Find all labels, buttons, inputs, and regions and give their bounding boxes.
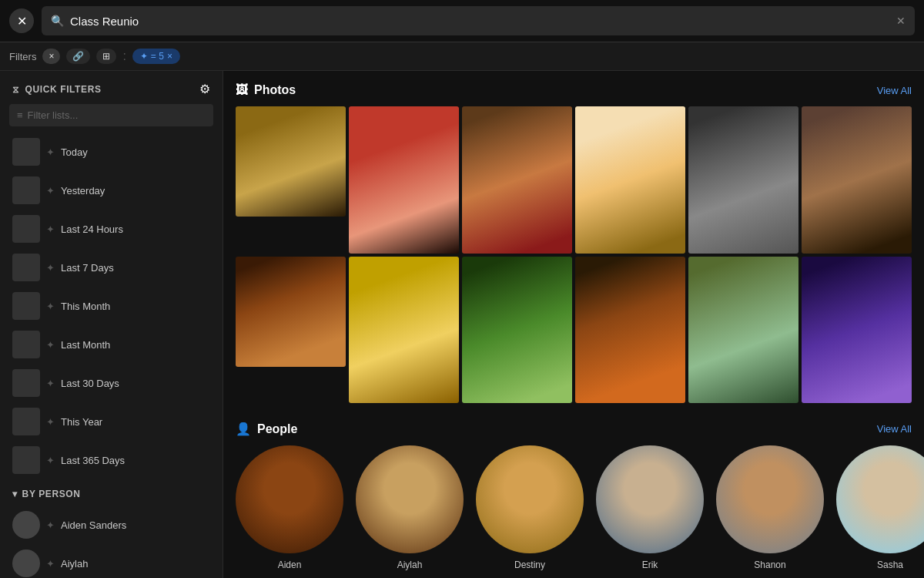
sidebar-item-label-last7: Last 7 Days bbox=[61, 262, 114, 274]
photo-8[interactable] bbox=[349, 257, 459, 404]
photos-view-all[interactable]: View All bbox=[877, 85, 912, 96]
star-icon: ✦ bbox=[46, 416, 55, 428]
photo-6[interactable] bbox=[802, 106, 912, 254]
photo-grid bbox=[236, 106, 912, 403]
search-icon: 🔍 bbox=[51, 15, 64, 27]
sidebar-item-last30[interactable]: ✦ Last 30 Days bbox=[0, 364, 223, 402]
clear-search-icon[interactable]: ✕ bbox=[896, 15, 906, 27]
shanon-name: Shanon bbox=[754, 560, 785, 570]
this-month-thumb bbox=[12, 292, 40, 320]
star-icon: ✦ bbox=[46, 378, 55, 389]
photo-7[interactable] bbox=[236, 257, 346, 367]
people-icon: 👤 bbox=[236, 422, 251, 436]
sidebar: ⧖ QUICK FILTERS ⚙ ≡ Filter lists... ✦ To… bbox=[0, 71, 223, 578]
sidebar-item-this-year[interactable]: ✦ This Year bbox=[0, 402, 223, 441]
by-person-section-header[interactable]: ▾ BY PERSON bbox=[0, 479, 223, 506]
photos-section-header: 🖼 Photos View All bbox=[236, 83, 912, 97]
aiylah-name: Aiylah bbox=[397, 560, 423, 570]
sidebar-item-today[interactable]: ✦ Today bbox=[0, 133, 223, 171]
back-button[interactable]: ✕ bbox=[9, 8, 34, 33]
sidebar-item-last7[interactable]: ✦ Last 7 Days bbox=[0, 248, 223, 287]
yesterday-thumb bbox=[12, 176, 40, 204]
filter-chip-link[interactable]: 🔗 bbox=[66, 49, 90, 64]
people-view-all[interactable]: View All bbox=[877, 423, 912, 435]
separator: : bbox=[122, 49, 126, 63]
star-icon: ✦ bbox=[46, 558, 55, 570]
person-sasha[interactable]: Sasha bbox=[836, 445, 924, 570]
sasha-name: Sasha bbox=[877, 560, 903, 570]
photo-10[interactable] bbox=[575, 257, 685, 404]
today-thumb bbox=[12, 138, 40, 166]
sidebar-item-aiden[interactable]: ✦ Aiden Sanders bbox=[0, 506, 223, 544]
person-destiny[interactable]: Destiny bbox=[476, 445, 584, 570]
sidebar-item-label-last24: Last 24 Hours bbox=[61, 223, 123, 235]
crop-icon: ⊞ bbox=[102, 51, 110, 62]
destiny-avatar-large bbox=[476, 445, 584, 553]
last365-thumb bbox=[12, 446, 40, 474]
people-label: People bbox=[257, 422, 297, 436]
filters-label: Filters bbox=[9, 51, 36, 62]
sidebar-header: ⧖ QUICK FILTERS ⚙ bbox=[0, 71, 223, 104]
star-filter-chip[interactable]: ✦ = 5 × bbox=[132, 49, 180, 64]
last-month-thumb bbox=[12, 331, 40, 358]
destiny-name: Destiny bbox=[514, 560, 545, 570]
photo-1[interactable] bbox=[236, 106, 346, 217]
sidebar-item-label-this-month: This Month bbox=[61, 301, 110, 312]
sidebar-item-label-last-month: Last Month bbox=[61, 339, 110, 351]
funnel-icon: ⧖ bbox=[12, 84, 19, 95]
sidebar-item-label-yesterday: Yesterday bbox=[61, 185, 105, 197]
people-section-header: 👤 People View All bbox=[236, 422, 912, 436]
back-icon: ✕ bbox=[17, 14, 27, 29]
photo-9[interactable] bbox=[462, 257, 572, 404]
photo-2[interactable] bbox=[349, 106, 459, 254]
person-aiylah[interactable]: Aiylah bbox=[356, 445, 464, 570]
chevron-down-icon: ▾ bbox=[12, 489, 18, 499]
person-aiden[interactable]: Aiden bbox=[236, 445, 343, 570]
sidebar-header-left: ⧖ QUICK FILTERS bbox=[12, 84, 102, 95]
sidebar-item-aiylah[interactable]: ✦ Aiylah bbox=[0, 544, 223, 578]
filter-chip-crop[interactable]: ⊞ bbox=[96, 49, 116, 64]
sidebar-item-label-last30: Last 30 Days bbox=[61, 378, 119, 389]
sidebar-item-yesterday[interactable]: ✦ Yesterday bbox=[0, 171, 223, 210]
photo-4[interactable] bbox=[575, 106, 685, 254]
by-person-label: BY PERSON bbox=[22, 489, 81, 499]
star-icon: ✦ bbox=[46, 262, 55, 274]
aiden-name: Aiden bbox=[278, 560, 302, 570]
sidebar-item-last-month[interactable]: ✦ Last Month bbox=[0, 325, 223, 364]
filter-bar: Filters × 🔗 ⊞ : ✦ = 5 × bbox=[0, 42, 924, 71]
star-icon: ✦ bbox=[46, 455, 55, 466]
erik-avatar-large bbox=[596, 445, 704, 553]
aiylah-avatar-large bbox=[356, 445, 464, 553]
star-chip-label: = 5 bbox=[151, 51, 164, 62]
sidebar-item-last24[interactable]: ✦ Last 24 Hours bbox=[0, 210, 223, 248]
top-bar: ✕ 🔍 Class Reunio ✕ bbox=[0, 0, 924, 42]
photo-12[interactable] bbox=[802, 257, 912, 404]
last30-thumb bbox=[12, 369, 40, 397]
person-shanon[interactable]: Shanon bbox=[716, 445, 824, 570]
quick-filters-label: QUICK FILTERS bbox=[25, 84, 102, 95]
filter-lists-input-wrap[interactable]: ≡ Filter lists... bbox=[9, 104, 213, 126]
sidebar-item-label-aiden: Aiden Sanders bbox=[61, 519, 126, 531]
sidebar-item-this-month[interactable]: ✦ This Month bbox=[0, 287, 223, 325]
person-erik[interactable]: Erik bbox=[596, 445, 704, 570]
photo-5[interactable] bbox=[688, 106, 798, 254]
filter-lines-icon: ≡ bbox=[17, 109, 23, 121]
sidebar-item-last365[interactable]: ✦ Last 365 Days bbox=[0, 441, 223, 479]
star-icon: ✦ bbox=[46, 301, 55, 312]
photo-11[interactable] bbox=[688, 257, 798, 404]
people-title: 👤 People bbox=[236, 422, 297, 436]
settings-icon[interactable]: ⚙ bbox=[199, 82, 210, 96]
sidebar-item-label-this-year: This Year bbox=[61, 416, 102, 428]
filter-chip-x[interactable]: × bbox=[42, 49, 60, 64]
shanon-avatar-large bbox=[716, 445, 824, 553]
star-icon-active: ✦ bbox=[140, 51, 148, 62]
photo-3[interactable] bbox=[462, 106, 572, 254]
photos-label: Photos bbox=[254, 83, 296, 97]
chip-x-icon: × bbox=[49, 51, 54, 62]
content-area: 🖼 Photos View All 👤 People bbox=[223, 71, 924, 578]
image-icon: 🖼 bbox=[236, 83, 248, 97]
search-bar: 🔍 Class Reunio ✕ bbox=[42, 6, 915, 35]
search-input[interactable]: Class Reunio bbox=[70, 15, 890, 28]
people-row: Aiden Aiylah Destiny Erik Shanon bbox=[236, 445, 912, 570]
sasha-avatar-large bbox=[836, 445, 924, 553]
